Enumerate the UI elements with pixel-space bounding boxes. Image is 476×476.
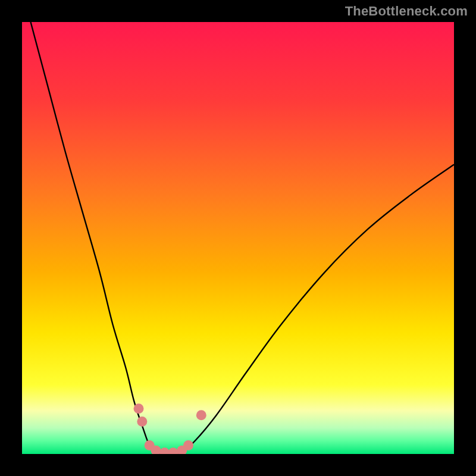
dot (168, 447, 178, 454)
curve-left-branch (31, 22, 174, 454)
dot (159, 447, 170, 454)
dot (183, 440, 193, 450)
chart-frame: TheBottleneck.com (0, 0, 476, 476)
dot (196, 410, 206, 420)
highlighted-dots (134, 403, 206, 454)
curve-right-branch (173, 165, 454, 454)
watermark-label: TheBottleneck.com (345, 4, 468, 19)
dot (134, 403, 144, 414)
chart-curves (22, 22, 454, 454)
plot-area (22, 22, 454, 454)
dot (137, 416, 147, 427)
